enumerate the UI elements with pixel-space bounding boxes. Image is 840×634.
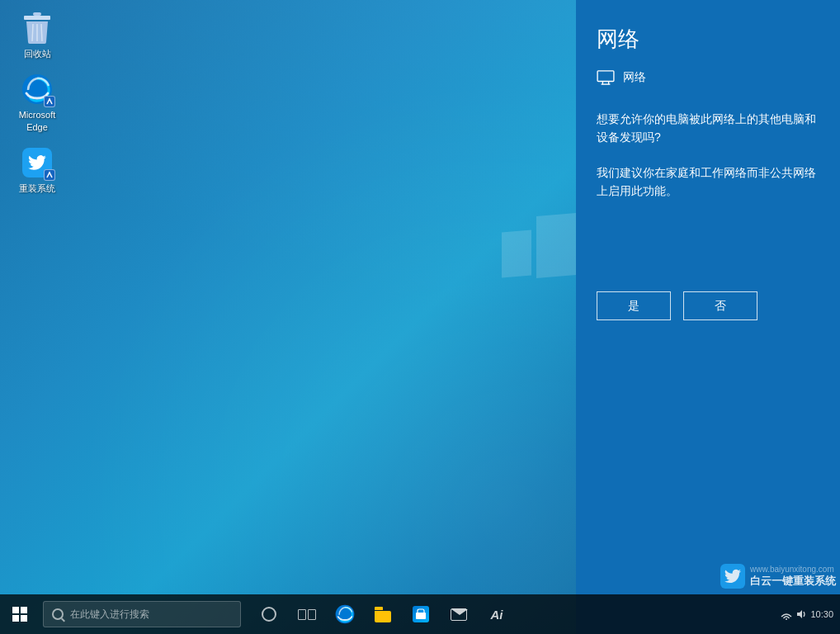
panel-buttons: 是 否 (597, 291, 819, 609)
desktop-wallpaper-logo (502, 206, 568, 305)
taskbar: 在此键入进行搜索 (0, 594, 840, 634)
task-view-rect2 (308, 609, 316, 620)
store-icon (413, 606, 429, 622)
svg-rect-0 (33, 12, 41, 16)
yes-button[interactable]: 是 (597, 291, 671, 320)
recycle-bin-label: 回收站 (24, 48, 51, 59)
win-pane-2 (21, 607, 27, 613)
desktop-icons-area: 回收站 Microsoft Edge (8, 8, 66, 197)
taskbar-edge-icon (335, 604, 355, 624)
system-tray: 10:30 (781, 608, 840, 620)
svg-rect-1 (24, 16, 50, 20)
microsoft-edge-icon[interactable]: Microsoft Edge (8, 69, 66, 136)
panel-question: 想要允许你的电脑被此网络上的其他电脑和设备发现吗? (597, 110, 819, 147)
file-explorer-button[interactable] (365, 594, 401, 634)
win-pane-1 (12, 607, 19, 613)
win-pane-4 (21, 615, 27, 622)
cortana-button[interactable] (251, 594, 287, 634)
network-label-row: 网络 (597, 70, 819, 85)
cortana-icon (262, 607, 276, 622)
network-panel: 网络 网络 想要允许你的电脑被此网络上的其他电脑和设备发现吗? 我们建议你在家庭… (576, 0, 840, 634)
reinstall-badge (44, 169, 55, 181)
watermark-brand: 白云一键重装系统 (750, 574, 836, 589)
panel-suggestion: 我们建议你在家庭和工作网络而非公共网络上启用此功能。 (597, 163, 819, 201)
task-view-rect1 (298, 609, 306, 620)
desktop: 回收站 Microsoft Edge (0, 0, 840, 634)
svg-line-4 (41, 24, 42, 41)
start-button[interactable] (0, 594, 40, 634)
svg-rect-13 (416, 613, 426, 619)
network-icon (597, 70, 615, 85)
edge-image (21, 73, 54, 106)
network-tray-icon (781, 608, 792, 620)
edge-label-line2: Edge (26, 121, 48, 133)
task-view-button[interactable] (289, 594, 325, 634)
volume-icon (795, 608, 807, 620)
svg-line-2 (32, 24, 33, 41)
panel-title: 网络 (597, 25, 819, 54)
store-button[interactable] (403, 594, 439, 634)
folder-icon (375, 607, 391, 622)
search-icon (52, 608, 64, 620)
svg-rect-8 (597, 71, 614, 82)
watermark: www.baiyunxitong.com 白云一键重装系统 (720, 564, 836, 589)
reinstall-label: 重装系统 (19, 182, 55, 194)
edge-label-line1: Microsoft (19, 109, 56, 121)
svg-point-14 (786, 618, 787, 620)
recycle-bin-icon[interactable]: 回收站 (8, 8, 66, 63)
reinstall-image (21, 146, 54, 179)
watermark-url: www.baiyunxitong.com (750, 565, 836, 574)
search-bar[interactable]: 在此键入进行搜索 (43, 601, 241, 627)
ai-label: Ai (491, 608, 503, 622)
recycle-bin-svg (21, 11, 53, 45)
watermark-content: www.baiyunxitong.com 白云一键重装系统 (750, 565, 836, 589)
network-label-text: 网络 (623, 70, 646, 85)
task-view-icon (298, 609, 316, 620)
folder-tab (375, 607, 383, 610)
no-button[interactable]: 否 (683, 291, 757, 320)
folder-body (375, 611, 391, 622)
ai-button[interactable]: Ai (479, 594, 515, 634)
mail-icon (451, 608, 467, 621)
recycle-bin-image (21, 12, 54, 45)
taskbar-edge-button[interactable] (327, 594, 363, 634)
watermark-icon (720, 564, 745, 589)
search-placeholder-text: 在此键入进行搜索 (70, 608, 149, 622)
reinstall-system-icon[interactable]: 重装系统 (8, 143, 66, 197)
windows-logo (12, 607, 27, 622)
edge-badge (44, 96, 55, 107)
clock: 10:30 (810, 609, 833, 619)
taskbar-pinned-icons: Ai (251, 594, 515, 634)
mail-button[interactable] (441, 594, 477, 634)
win-pane-3 (12, 615, 19, 622)
store-svg (415, 608, 427, 620)
